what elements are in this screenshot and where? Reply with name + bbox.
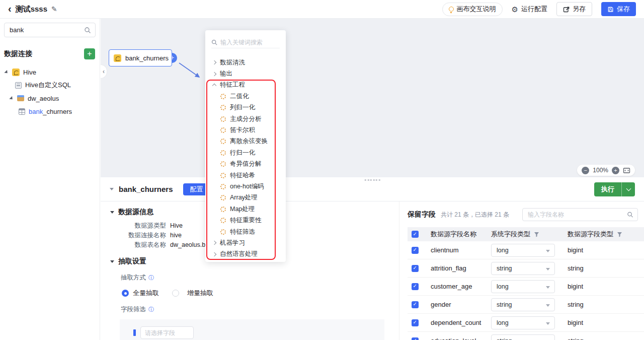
col-system-field-type: 系统字段类型	[491, 230, 530, 239]
operator-item-map[interactable]: Map处理	[205, 203, 286, 215]
operator-item-cartesian[interactable]: 笛卡尔积	[205, 124, 286, 135]
filter-icon[interactable]	[617, 232, 622, 237]
operator-item-array[interactable]: Array处理	[205, 192, 286, 203]
canvas-help-button[interactable]: 画布交互说明	[442, 3, 503, 16]
run-button-label[interactable]: 执行	[594, 182, 621, 196]
tree-item-hive-sql[interactable]: Hive自定义SQL	[0, 79, 100, 92]
field-select-input[interactable]	[140, 326, 194, 339]
run-split-button[interactable]: 执行	[594, 182, 635, 196]
radio-full-extract[interactable]	[122, 290, 129, 297]
row-checkbox[interactable]	[412, 283, 419, 290]
selected-node-name: bank_churners	[119, 185, 173, 193]
save-button[interactable]: 保存	[601, 2, 636, 16]
operator-item-one-hot[interactable]: one-hot编码	[205, 181, 286, 192]
filter-icon[interactable]	[534, 232, 539, 237]
save-as-label: 另存	[573, 5, 586, 14]
sys-type-select[interactable]: long	[491, 316, 555, 329]
sys-type-select[interactable]: long	[491, 280, 555, 293]
row-checkbox[interactable]	[412, 247, 419, 254]
operator-item-pca[interactable]: 主成分分析	[205, 113, 286, 124]
bulb-icon	[449, 7, 454, 12]
back-button[interactable]: ‹	[8, 4, 12, 14]
tree-item-dw-aeolus[interactable]: dw_aeolus	[0, 92, 100, 105]
operator-item-svd[interactable]: 奇异值分解	[205, 159, 286, 170]
category-nlp[interactable]: 自然语言处理	[205, 249, 286, 260]
caret-expanded-icon[interactable]	[4, 70, 9, 74]
save-as-button[interactable]: 另存	[556, 2, 592, 16]
radio-incremental-label[interactable]: 增量抽取	[187, 289, 213, 298]
category-output[interactable]: 输出	[205, 68, 286, 79]
panel-resize-handle[interactable]	[365, 179, 380, 181]
chevron-down-icon	[546, 322, 550, 325]
zoom-level: 100%	[593, 167, 608, 174]
connector-arrow	[176, 59, 208, 83]
row-checkbox[interactable]	[412, 319, 419, 326]
tree-item-bank-churners[interactable]: bank_churners	[0, 105, 100, 118]
operator-item-feature-hash[interactable]: 特征哈希	[205, 170, 286, 181]
radio-incremental-extract[interactable]	[172, 290, 179, 297]
operator-gear-icon	[220, 173, 226, 178]
drag-handle-icon[interactable]	[133, 329, 136, 336]
canvas[interactable]: + bank_churners − 100% +	[101, 19, 644, 177]
search-icon	[211, 39, 217, 45]
sidebar-search-input[interactable]	[5, 23, 95, 37]
hive-icon	[12, 69, 20, 76]
operator-gear-icon	[220, 127, 226, 133]
topbar: ‹ 测试ssss ✎ 画布交互说明 ⚙ 运行配置 另存 保存	[0, 0, 644, 19]
info-icon[interactable]: ⓘ	[148, 275, 154, 281]
caret-expanded-icon	[110, 260, 114, 263]
tree-label-dw-aeolus: dw_aeolus	[28, 95, 59, 102]
sys-type-select[interactable]: string	[491, 262, 555, 275]
operator-search-input[interactable]	[220, 39, 276, 46]
canvas-node-bank-churners[interactable]: bank_churners	[109, 49, 172, 66]
section-title-connections: 数据连接	[4, 49, 32, 58]
operator-gear-icon	[220, 105, 226, 110]
operator-item-col-normalize[interactable]: 列归一化	[205, 102, 286, 113]
add-connection-button[interactable]: +	[84, 48, 95, 59]
chevron-right-icon	[212, 241, 216, 245]
config-panel: bank_churners 配置 执行 数据源信息 数据源类型 Hive	[101, 177, 644, 340]
table-row: attrition_flag string string	[408, 259, 644, 278]
source-type: bigint	[568, 246, 644, 254]
operator-dropdown-panel: 数据清洗 输出 特征工程 二值化 列归一化 主成分分析 笛卡尔积 离散余弦变换 …	[205, 30, 286, 262]
edit-title-icon[interactable]: ✎	[51, 5, 57, 13]
field-name: gender	[431, 301, 491, 308]
row-checkbox[interactable]	[412, 265, 419, 272]
row-checkbox[interactable]	[412, 337, 419, 340]
field-search-input[interactable]	[523, 209, 637, 221]
operator-item-dct[interactable]: 离散余弦变换	[205, 136, 286, 147]
sys-type-select[interactable]: string	[491, 298, 555, 311]
category-data-cleaning[interactable]: 数据清洗	[205, 57, 286, 68]
canvas-help-label: 画布交互说明	[457, 5, 496, 14]
operator-gear-icon	[220, 161, 226, 167]
radio-full-extract-label[interactable]: 全量抽取	[133, 289, 159, 298]
fit-screen-icon[interactable]	[623, 167, 630, 174]
collapse-panel-caret[interactable]	[110, 188, 114, 190]
category-feature-engineering[interactable]: 特征工程	[205, 80, 286, 91]
zoom-out-button[interactable]: −	[582, 167, 589, 174]
chevron-up-icon	[212, 84, 216, 88]
category-machine-learning[interactable]: 机器学习	[205, 237, 286, 248]
row-checkbox[interactable]	[412, 301, 419, 308]
caret-expanded-icon[interactable]	[9, 96, 14, 100]
chevron-down-icon	[626, 186, 631, 191]
run-config-button[interactable]: ⚙ 运行配置	[512, 3, 547, 16]
info-icon[interactable]: ⓘ	[148, 307, 154, 312]
table-row: customer_age long bigint	[408, 278, 644, 296]
sys-type-select[interactable]: long	[491, 244, 555, 257]
operator-item-feature-select[interactable]: 特征筛选	[205, 226, 286, 237]
field-filter-box: + 添加	[120, 319, 384, 340]
operator-item-feature-importance[interactable]: 特征重要性	[205, 215, 286, 226]
search-icon	[84, 27, 91, 34]
sys-type-select[interactable]: string	[491, 334, 555, 340]
run-options-button[interactable]	[622, 182, 635, 196]
select-all-checkbox[interactable]	[412, 231, 419, 238]
operator-item-binarize[interactable]: 二值化	[205, 91, 286, 102]
zoom-in-button[interactable]: +	[612, 167, 619, 174]
config-panel-header: bank_churners 配置 执行	[101, 177, 644, 201]
table-row: gender string string	[408, 296, 644, 314]
tree-item-hive[interactable]: Hive	[0, 65, 100, 79]
operator-item-row-normalize[interactable]: 行归一化	[205, 147, 286, 158]
sidebar: 数据连接 + Hive Hive自定义SQL dw_aeolus bank_ch…	[0, 19, 100, 340]
caret-expanded-icon	[110, 211, 114, 214]
